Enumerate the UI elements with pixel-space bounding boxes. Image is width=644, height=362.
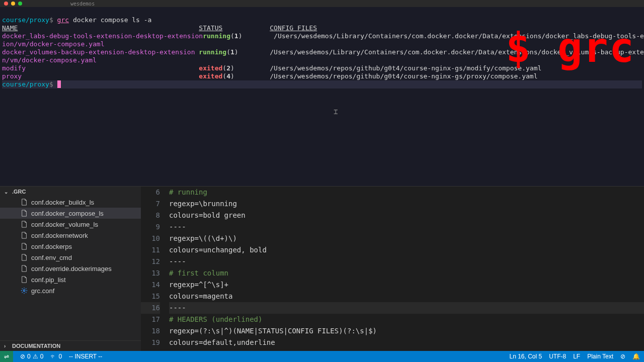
code-line[interactable]: regexp=\brunning	[169, 198, 644, 210]
chevron-right-icon: ›	[4, 343, 10, 349]
file-icon	[20, 209, 28, 217]
code-line[interactable]: colours=unchanged, bold	[169, 244, 644, 256]
file-icon	[20, 220, 28, 228]
file-label: conf.override.dockerimages	[31, 265, 112, 273]
code-editor[interactable]: 678910111213141516171819 # runningregexp…	[141, 187, 644, 351]
file-item-conf-override-dockerimages[interactable]: conf.override.dockerimages	[0, 263, 141, 274]
overlay-annotation: $ grc	[506, 27, 635, 68]
line-number: 18	[141, 325, 160, 337]
command-grc: grc	[57, 16, 69, 24]
vim-mode: -- INSERT --	[69, 353, 102, 360]
line-number: 9	[141, 221, 160, 233]
sidebar-section-grc[interactable]: ⌄ .GRC	[0, 187, 141, 197]
file-item-conf-dockerps[interactable]: conf.dockerps	[0, 241, 141, 252]
file-item-conf-docker-volume-ls[interactable]: conf.docker_volume_ls	[0, 219, 141, 230]
line-number: 6	[141, 187, 160, 198]
code-line[interactable]: ----	[169, 221, 644, 233]
prompt-path: course/proxy	[2, 16, 49, 24]
line-number: 15	[141, 291, 160, 302]
code-line[interactable]: colours=default,underline	[169, 337, 644, 348]
file-icon	[20, 242, 28, 250]
file-list: conf.docker_buildx_lsconf.docker_compose…	[0, 197, 141, 340]
line-number: 13	[141, 267, 160, 279]
file-label: conf.docker_buildx_ls	[31, 199, 94, 206]
line-number: 8	[141, 210, 160, 221]
line-number: 11	[141, 244, 160, 256]
file-label: conf.docker_volume_ls	[31, 221, 98, 228]
copilot-icon[interactable]: ⊘	[620, 353, 625, 360]
file-item-conf-pip-list[interactable]: conf.pip_list	[0, 274, 141, 285]
window-titlebar: wesdemos	[0, 0, 644, 7]
code-line[interactable]: colours=magenta	[169, 291, 644, 302]
line-number: 7	[141, 198, 160, 210]
error-icon: ⊘	[20, 353, 25, 360]
close-window-button[interactable]	[4, 2, 8, 6]
file-label: conf.dockernetwork	[31, 232, 88, 239]
file-label: grc.conf	[31, 287, 54, 295]
line-number: 14	[141, 279, 160, 291]
line-number: 10	[141, 233, 160, 244]
code-line[interactable]: # first column	[169, 267, 644, 279]
status-bar: ⇌ ⊘0 ⚠0 ᯤ0 -- INSERT -- Ln 16, Col 5 UTF…	[0, 351, 644, 362]
file-item-grc-conf[interactable]: grc.conf	[0, 285, 141, 296]
code-line[interactable]: regexp=(?:\s|^)(NAME|STATUS|CONFIG FILES…	[169, 325, 644, 337]
gear-icon	[20, 287, 28, 295]
editor-area: ⌄ .GRC conf.docker_buildx_lsconf.docker_…	[0, 186, 644, 351]
problems-indicator[interactable]: ⊘0 ⚠0	[20, 353, 43, 360]
section-label: DOCUMENTATION	[12, 343, 60, 349]
terminal-cursor	[57, 80, 61, 88]
minimize-window-button[interactable]	[11, 2, 15, 6]
warning-icon: ⚠	[33, 353, 38, 360]
file-icon	[20, 264, 28, 273]
line-number: 16	[141, 302, 160, 314]
broadcast-icon: ᯤ	[50, 353, 56, 360]
file-icon	[20, 198, 28, 206]
file-label: conf.pip_list	[31, 276, 66, 284]
chevron-down-icon: ⌄	[4, 189, 10, 195]
line-number-gutter: 678910111213141516171819	[141, 187, 169, 351]
code-line[interactable]: colours=bold green	[169, 210, 644, 221]
line-number: 12	[141, 256, 160, 267]
table-header-row: NAME STATUS CONFIG FILES	[2, 24, 317, 32]
notifications-icon[interactable]: 🔔	[632, 353, 640, 360]
file-icon	[20, 276, 28, 284]
terminal-pane[interactable]: course/proxy$ grc docker compose ls -a N…	[0, 7, 644, 186]
file-icon	[20, 253, 28, 261]
code-line[interactable]: regexp=^[^\s]+	[169, 279, 644, 291]
text-cursor-icon: ⌶	[334, 108, 338, 116]
file-label: conf.dockerps	[31, 243, 72, 250]
file-label: conf.env_cmd	[31, 254, 72, 261]
file-label: conf.docker_compose_ls	[31, 210, 104, 217]
remote-indicator[interactable]: ⇌	[0, 351, 13, 362]
file-item-conf-env-cmd[interactable]: conf.env_cmd	[0, 252, 141, 263]
code-line[interactable]: regexp=\((\d+)\)	[169, 233, 644, 244]
maximize-window-button[interactable]	[18, 2, 22, 6]
code-line[interactable]: ----	[169, 302, 644, 314]
command-rest: docker compose ls -a	[73, 16, 152, 24]
language-mode[interactable]: Plain Text	[587, 353, 613, 360]
prompt-symbol: $	[49, 16, 53, 24]
code-line[interactable]: # HEADERS (underlined)	[169, 314, 644, 325]
window-title: wesdemos	[70, 1, 95, 7]
svg-point-0	[23, 290, 25, 292]
file-item-conf-docker-compose-ls[interactable]: conf.docker_compose_ls	[0, 208, 141, 219]
file-explorer-sidebar[interactable]: ⌄ .GRC conf.docker_buildx_lsconf.docker_…	[0, 187, 141, 351]
line-number: 19	[141, 337, 160, 348]
section-label: .GRC	[12, 189, 26, 195]
prompt-line: course/proxy$	[2, 80, 642, 88]
code-content[interactable]: # runningregexp=\brunningcolours=bold gr…	[169, 187, 644, 351]
cursor-position[interactable]: Ln 16, Col 5	[509, 353, 542, 360]
ports-indicator[interactable]: ᯤ0	[50, 353, 62, 360]
sidebar-section-documentation[interactable]: › DOCUMENTATION	[0, 340, 141, 351]
encoding[interactable]: UTF-8	[549, 353, 566, 360]
code-line[interactable]: ----	[169, 256, 644, 267]
eol[interactable]: LF	[573, 353, 580, 360]
code-line[interactable]: # running	[169, 187, 644, 198]
line-number: 17	[141, 314, 160, 325]
file-item-conf-dockernetwork[interactable]: conf.dockernetwork	[0, 230, 141, 241]
remote-icon: ⇌	[4, 353, 9, 360]
file-icon	[20, 231, 28, 239]
file-item-conf-docker-buildx-ls[interactable]: conf.docker_buildx_ls	[0, 197, 141, 208]
